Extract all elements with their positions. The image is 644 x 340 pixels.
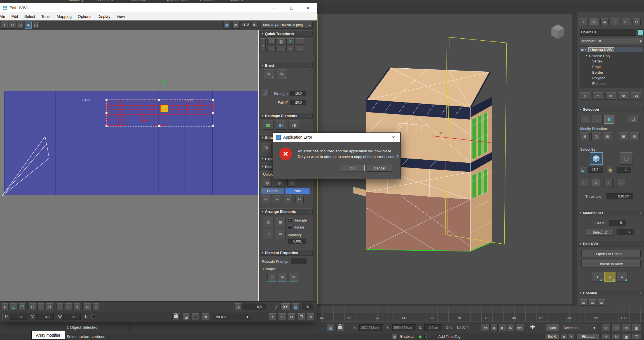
relax-icon[interactable]: ◨ [289,120,299,130]
expand-arrow-icon[interactable]: ▸ [586,48,587,51]
channel-icon-3[interactable]: ▭ [598,299,605,306]
select-vertex-icon[interactable]: ∴ [580,115,591,124]
align-bottom-icon[interactable]: ⊥ [57,303,64,310]
distribute-2-icon[interactable]: ∷ [296,46,304,52]
uv-freeform-icon-active[interactable]: ▣ [25,22,32,29]
soft-selection-icon-2[interactable]: ⊟ [38,303,45,310]
menu-view[interactable]: View [113,14,128,19]
triangle-uv-island[interactable] [2,136,49,196]
rotate-cw-icon[interactable]: ↷ [286,46,295,52]
key-mode-icon[interactable]: ◆ [561,334,567,339]
align-flower-icon[interactable]: ✛ [580,179,588,187]
xy-axis-button[interactable]: XY [280,303,291,310]
u-coordinate-field[interactable]: 0,0 [10,314,27,320]
rollout-arrange-elements[interactable]: ▾ Arrange Elements ≡ [260,208,313,215]
matid-grid-icon[interactable]: ▦ [606,167,614,173]
loop-selection-icon[interactable]: ▦ [619,132,628,140]
visibility-eye-icon[interactable]: ◉ [581,48,584,52]
zoom-cube-icon[interactable]: ❒ [632,334,641,339]
menu-edit[interactable]: Edit [8,14,21,19]
ungroup-icon[interactable]: ⊞ [278,273,287,281]
map-dropdown[interactable]: Map #0 (ALUMINIUM.png) ▾ [261,22,313,29]
pan-icon[interactable]: ✛ [602,334,611,339]
object-name-field[interactable]: Object001 [580,29,636,36]
make-unique-icon[interactable]: ⧉ [605,92,616,100]
rollout-reshape-elements[interactable]: ▾ Reshape Elements ≡ [260,113,313,119]
ribbon-tab-determin[interactable]: Determin [230,0,244,2]
uv-move-icon[interactable]: ✛ [1,22,8,29]
shrink-selection-icon[interactable]: ⊡ [591,132,601,140]
stack-subobject-polygon[interactable]: Polygon [592,76,605,80]
slash-icon[interactable]: ╱ [274,303,279,310]
axis-z-toggle[interactable]: Z [617,179,625,187]
ribbon-tab-populate[interactable]: Populate [200,0,214,2]
rescale-priority-spinner[interactable] [291,259,306,264]
align-to-edge-icon[interactable]: ⁺· [267,46,276,52]
pelt-map-icon[interactable]: ◍ [287,179,296,187]
v-coordinate-field[interactable]: 0,0 [36,314,54,320]
selection-lock-icon[interactable] [336,324,344,331]
falloff-spinner[interactable]: 20,0 [290,100,306,105]
display-tab-icon[interactable]: ▭ [622,18,630,25]
create-tab-icon[interactable]: + [579,18,587,25]
pivot-icon[interactable]: ▪ [261,38,266,52]
small-checker-icon[interactable]: ▩ [251,22,257,28]
uv-mirror-icon[interactable]: ◫ [32,22,39,29]
channel-icon-1[interactable]: ▭ [580,299,587,306]
rotate-checkbox[interactable] [288,225,292,229]
pack-button[interactable]: Pack [285,188,310,194]
rescale-checkbox-checked[interactable]: ✔ [288,218,292,222]
point-to-point-seam-icon[interactable]: ✂ [273,195,281,203]
distribute-icon[interactable]: ∷ [296,38,304,45]
rearrange-icon[interactable]: ⊞ [275,229,286,239]
grow-selection-icon[interactable]: ⊞ [580,132,590,140]
go-to-start-icon[interactable]: |◀◀ [481,324,489,331]
pack-full-icon[interactable]: ⊞ [263,229,273,239]
planar-angle-spinner[interactable]: 15,0 [588,167,603,173]
uv-mapping-icon-3[interactable]: ▲ ◢ [617,272,628,282]
zoom-extents-cube-icon[interactable]: ❒ [297,313,305,320]
stitch-custom-icon[interactable]: ⧉ [262,143,272,152]
select-mode-arrow-icon[interactable]: ▸ [2,303,9,310]
quick-peel-icon[interactable]: ◍ [263,179,272,187]
expand-to-seam-icon[interactable]: ✂ [295,195,304,203]
lock-aspect-checkbox[interactable] [91,315,95,318]
padding-spinner[interactable]: 0,001 [288,239,306,244]
menu-mapping[interactable]: Mapping [53,14,75,19]
maximize-button[interactable]: ▢ [285,3,298,12]
remove-modifier-icon[interactable]: ✖ [618,92,629,100]
dialog-close-button[interactable]: ✕ [387,133,400,142]
rollout-edit-uvs[interactable]: ▾ Edit UVs ≡ [578,241,643,247]
select-polygon-icon[interactable]: ■ [604,115,614,124]
stack-row-editable-poly[interactable]: ▾ Editable Poly [580,53,643,59]
select-edge-icon[interactable]: ◺ [592,115,603,124]
select-id-spinner[interactable]: 5 [617,229,634,235]
ribbon-tab-freeform[interactable]: Freeform [98,0,113,2]
set-key-button[interactable]: Set K. [545,334,559,339]
rollout-selection[interactable]: ▾ Selection ≡ [578,106,643,112]
window-title-bar[interactable]: Edit UVWs – ▢ ✕ [0,3,317,12]
relax-brush-icon[interactable]: ✎ ~ [277,69,287,79]
select-by-planar-angle-button[interactable]: ▢ [620,152,633,165]
channel-icon-2[interactable]: ▭ [589,299,596,306]
configure-modifier-sets-icon[interactable]: ⚙ [631,92,642,100]
coord-x-field[interactable]: 1932,712cm [359,324,383,331]
timeline-ruler[interactable]: 45 50 55 60 65 70 75 80 85 90 95 100 [317,313,644,322]
menu-select[interactable]: Select [21,14,38,19]
go-to-end-icon[interactable]: ▶▶| [516,324,524,331]
axis-y-toggle[interactable]: Y [604,179,613,187]
rotation-angle-spinner[interactable]: 0,0 [243,304,266,310]
planar-angle-corner-icon[interactable]: ◣ [580,167,586,173]
dialog-title-bar[interactable]: Application Error ✕ [273,133,400,142]
stack-subobject-element[interactable]: Element [592,81,606,86]
play-icon[interactable]: ▶ [499,324,506,331]
paint-selection-icon[interactable]: ▥ [630,132,640,140]
select-group-icon[interactable]: ⊡ [289,273,298,281]
anim-toggle-icon[interactable]: ◎ [391,334,397,339]
link-icon[interactable]: ∞ [84,303,91,310]
zoom-region-icon[interactable]: ⊠ [622,324,631,331]
uv-mapping-icon-2-active[interactable]: ▲ ◢ [604,272,615,282]
ribbon-tab-selection[interactable]: Selection [131,0,146,2]
strength-spinner[interactable]: 10,0 [290,91,306,96]
viewcube[interactable] [547,20,569,43]
